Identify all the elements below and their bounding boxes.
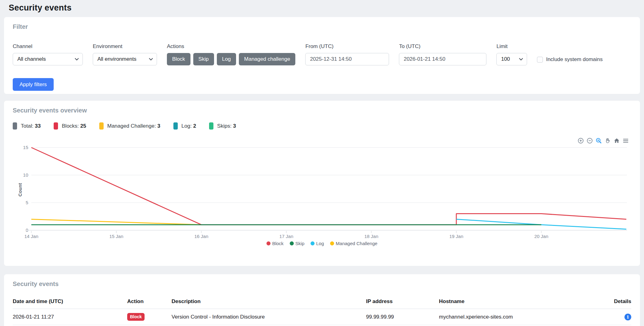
- channel-select-value: All channels: [17, 56, 46, 62]
- cell-datetime: 2026-01-21 11:27: [13, 314, 127, 320]
- chevron-down-icon: [149, 56, 153, 60]
- events-table-title: Security events: [13, 280, 631, 288]
- chart-y-axis-title: Count: [17, 183, 23, 196]
- stat-blocks: Blocks: 25: [54, 122, 86, 130]
- page-title: Security events: [9, 3, 644, 13]
- stat-text: Log: 2: [181, 123, 196, 129]
- action-button-managed-challenge[interactable]: Managed challenge: [239, 53, 295, 65]
- limit-field: Limit 100: [496, 43, 527, 65]
- legend-label: Managed Challenge: [336, 241, 377, 246]
- x-tick-label: 17 Jan: [279, 234, 293, 239]
- include-system-domains-label: Include system domains: [546, 56, 602, 63]
- from-label: From (UTC): [305, 43, 389, 50]
- overview-panel: Security events overview Total: 33Blocks…: [4, 101, 640, 266]
- legend-dot: [266, 241, 271, 245]
- action-button-skip[interactable]: Skip: [193, 53, 214, 65]
- events-table: Date and time (UTC) Action Description I…: [13, 294, 631, 325]
- stat-managed-challenge: Managed Challenge: 3: [99, 122, 160, 130]
- action-button-log[interactable]: Log: [217, 53, 236, 65]
- stat-text: Managed Challenge: 3: [107, 123, 160, 129]
- cell-ip: 99.99.99.99: [366, 314, 439, 320]
- stat-swatch: [173, 122, 178, 130]
- environment-label: Environment: [93, 43, 157, 50]
- chart-toolbar: [578, 138, 629, 144]
- chart-legend: BlockSkipLogManaged Challenge: [13, 241, 631, 246]
- channel-field: Channel All channels: [13, 43, 83, 65]
- series-line-block: [31, 148, 626, 225]
- stat-text: Skips: 3: [217, 123, 236, 129]
- environment-field: Environment All environments: [93, 43, 157, 65]
- overview-title: Security events overview: [13, 107, 631, 114]
- include-system-domains-checkbox[interactable]: [537, 57, 543, 63]
- action-button-block[interactable]: Block: [167, 53, 190, 65]
- stat-text: Total: 33: [21, 123, 41, 129]
- cell-description: Version Control - Information Disclosure: [172, 314, 366, 320]
- limit-select[interactable]: 100: [496, 53, 527, 65]
- column-details: Details: [612, 298, 631, 305]
- stat-swatch: [54, 122, 58, 130]
- legend-item-managed-challenge[interactable]: Managed Challenge: [330, 241, 377, 246]
- column-ip: IP address: [366, 298, 439, 305]
- stat-text: Blocks: 25: [62, 123, 86, 129]
- column-action: Action: [127, 298, 172, 305]
- include-system-domains-field: Include system domains: [537, 56, 602, 63]
- channel-label: Channel: [13, 43, 83, 50]
- box-zoom-icon[interactable]: [596, 138, 602, 144]
- legend-item-skip[interactable]: Skip: [290, 241, 304, 246]
- actions-label: Actions: [167, 43, 295, 50]
- action-badge-block: Block: [127, 313, 145, 321]
- y-tick-label: 10: [23, 172, 28, 178]
- legend-label: Block: [272, 241, 284, 246]
- from-input[interactable]: [305, 53, 389, 65]
- pan-hand-icon[interactable]: [605, 138, 611, 144]
- to-label: To (UTC): [399, 43, 486, 50]
- legend-dot: [330, 241, 334, 245]
- chart: Count 05101514 Jan15 Jan16 Jan17 Jan18 J…: [13, 134, 631, 246]
- to-field: To (UTC): [399, 43, 486, 65]
- details-info-icon[interactable]: i: [624, 314, 631, 320]
- series-line-managed-challenge: [31, 219, 201, 225]
- x-tick-label: 14 Jan: [24, 234, 38, 239]
- channel-select[interactable]: All channels: [13, 53, 83, 65]
- legend-label: Skip: [295, 241, 304, 246]
- column-hostname: Hostname: [439, 298, 612, 305]
- stat-total: Total: 33: [13, 122, 41, 130]
- chart-plot-area[interactable]: 05101514 Jan15 Jan16 Jan17 Jan18 Jan19 J…: [22, 134, 630, 241]
- table-row: 2026-01-21 11:27 Block Version Control -…: [13, 309, 631, 325]
- series-line-log: [456, 219, 626, 229]
- x-tick-label: 18 Jan: [364, 234, 378, 239]
- from-field: From (UTC): [305, 43, 389, 65]
- zoom-out-icon[interactable]: [587, 138, 593, 144]
- action-buttons: Block Skip Log Managed challenge: [167, 53, 295, 65]
- stat-swatch: [13, 122, 17, 130]
- legend-item-log[interactable]: Log: [311, 241, 324, 246]
- cell-action: Block: [127, 313, 172, 321]
- x-tick-label: 15 Jan: [109, 234, 123, 239]
- stat-log: Log: 2: [173, 122, 196, 130]
- stat-swatch: [209, 122, 213, 130]
- limit-label: Limit: [496, 43, 527, 50]
- stat-swatch: [99, 122, 104, 130]
- x-tick-label: 20 Jan: [534, 234, 548, 239]
- table-header-row: Date and time (UTC) Action Description I…: [13, 294, 631, 309]
- filter-row: Channel All channels Environment All env…: [13, 43, 631, 65]
- x-tick-label: 19 Jan: [449, 234, 463, 239]
- environment-select-value: All environments: [97, 56, 136, 62]
- legend-dot: [290, 241, 294, 245]
- home-icon[interactable]: [614, 138, 620, 144]
- x-tick-label: 16 Jan: [194, 234, 208, 239]
- to-input[interactable]: [399, 53, 486, 65]
- legend-label: Log: [316, 241, 324, 246]
- menu-icon[interactable]: [623, 138, 629, 144]
- legend-item-block[interactable]: Block: [266, 241, 284, 246]
- apply-filters-button[interactable]: Apply filters: [13, 78, 54, 91]
- zoom-in-icon[interactable]: [578, 138, 584, 144]
- environment-select[interactable]: All environments: [93, 53, 157, 65]
- cell-details: i: [612, 314, 631, 320]
- column-datetime: Date and time (UTC): [13, 298, 127, 305]
- cell-hostname: mychannel.xperience-sites.com: [439, 314, 612, 320]
- limit-select-value: 100: [501, 56, 510, 62]
- stats-legend: Total: 33Blocks: 25Managed Challenge: 3L…: [13, 122, 631, 130]
- filter-panel: Filter Channel All channels Environment …: [4, 17, 640, 94]
- stat-skips: Skips: 3: [209, 122, 236, 130]
